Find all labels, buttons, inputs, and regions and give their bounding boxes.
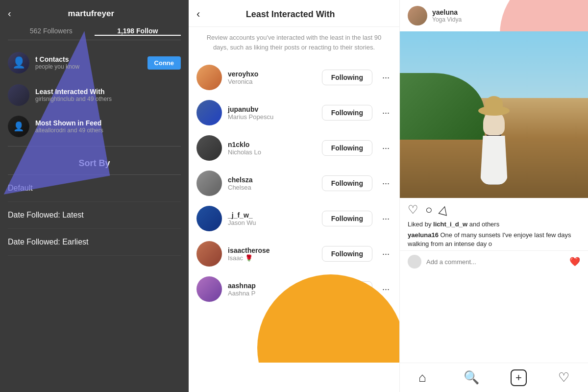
more-icon-aashnap[interactable]: ··· bbox=[380, 282, 392, 296]
following-button-n1cklo[interactable]: Following bbox=[322, 140, 372, 156]
most-shown-info: Most Shown in Feed alteallorodri and 49 … bbox=[35, 119, 181, 134]
contacts-info: t Contacts people you know bbox=[35, 55, 142, 70]
user-avatar-jfw bbox=[196, 206, 222, 231]
right-top-bar: yaeluna Yoga Vidya bbox=[400, 0, 588, 31]
caption-username[interactable]: yaeluna16 bbox=[408, 231, 439, 239]
user-name-n1cklo: Nicholas Lo bbox=[228, 148, 316, 156]
user-info-veroyhxo: veroyhxo Veronica bbox=[228, 70, 316, 85]
user-info-jupanubv: jupanubv Marius Popescu bbox=[228, 105, 316, 121]
more-icon-n1cklo[interactable]: ··· bbox=[380, 141, 392, 155]
user-name-jfw: Jason Wu bbox=[228, 219, 316, 226]
likes-suffix: and others bbox=[467, 220, 499, 228]
nav-search-icon[interactable]: 🔍 bbox=[458, 368, 485, 387]
comment-input[interactable] bbox=[426, 258, 564, 266]
user-name-aashnap: Aashna P bbox=[228, 290, 316, 297]
user-item: n1cklo Nicholas Lo Following ··· bbox=[189, 130, 399, 166]
nav-add-icon[interactable]: + bbox=[511, 369, 527, 386]
right-username: yaeluna bbox=[432, 8, 580, 16]
post-caption: yaeluna16 One of many sunsets I've enjoy… bbox=[400, 229, 588, 250]
liker-name[interactable]: licht_i_d_w bbox=[433, 220, 467, 228]
user-item: _j_f_w_ Jason Wu Following ··· bbox=[189, 201, 399, 236]
sort-title: Sort By bbox=[8, 158, 181, 175]
mid-back-icon[interactable]: ‹ bbox=[196, 8, 200, 21]
following-button-veroyhxo[interactable]: Following bbox=[322, 70, 372, 85]
right-panel: yaeluna Yoga Vidya ♡ ○ △ Liked by licht_… bbox=[399, 0, 588, 392]
user-avatar-veroyhxo bbox=[196, 65, 222, 90]
user-item: aashnap Aashna P Following ··· bbox=[189, 271, 399, 307]
sort-date-latest[interactable]: Date Followed: Latest bbox=[8, 202, 181, 229]
mid-title: Least Interacted With bbox=[208, 9, 392, 20]
user-avatar-jupanubv bbox=[196, 100, 222, 125]
least-interacted-avatar bbox=[8, 84, 29, 106]
user-list: veroyhxo Veronica Following ··· jupanubv… bbox=[189, 60, 399, 392]
user-info-chelsza: chelsza Chelsea bbox=[228, 176, 316, 191]
most-shown-avatar: 👤 bbox=[8, 116, 29, 137]
like-icon[interactable]: ♡ bbox=[408, 203, 418, 217]
contacts-subtitle: people you know bbox=[35, 63, 142, 70]
more-icon-veroyhxo[interactable]: ··· bbox=[380, 71, 392, 85]
middle-panel: ‹ Least Interacted With Review accounts … bbox=[189, 0, 399, 392]
following-button-aashnap[interactable]: Following bbox=[322, 281, 372, 297]
user-info-aashnap: aashnap Aashna P bbox=[228, 282, 316, 297]
more-icon-jupanubv[interactable]: ··· bbox=[380, 106, 392, 120]
left-back-icon[interactable]: ‹ bbox=[8, 8, 11, 19]
left-panel: ‹ martufreyer 562 Followers 1,198 Follow… bbox=[0, 0, 189, 392]
post-image bbox=[400, 31, 588, 198]
more-icon-jfw[interactable]: ··· bbox=[380, 212, 392, 226]
post-likes: Liked by licht_i_d_w and others bbox=[400, 220, 588, 229]
most-shown-title: Most Shown in Feed bbox=[35, 119, 181, 127]
contacts-section: 👤 t Contacts people you know Conne bbox=[0, 46, 189, 79]
user-avatar-n1cklo bbox=[196, 135, 222, 161]
user-info-isaactherose: isaactherose Isaac 🌹 bbox=[228, 246, 316, 262]
mid-description: Review accounts you've interacted with t… bbox=[189, 27, 399, 60]
likes-prefix: Liked by bbox=[408, 220, 433, 228]
comment-avatar bbox=[408, 255, 421, 269]
sort-date-earliest[interactable]: Date Followed: Earliest bbox=[8, 229, 181, 256]
nav-heart-icon[interactable]: ♡ bbox=[552, 368, 575, 387]
user-info-n1cklo: n1cklo Nicholas Lo bbox=[228, 141, 316, 156]
following-button-isaactherose[interactable]: Following bbox=[322, 246, 372, 262]
least-interacted-section: Least Interacted With girlsnightinclub a… bbox=[0, 79, 189, 111]
most-shown-subtitle: alteallorodri and 49 others bbox=[35, 127, 181, 134]
left-header: ‹ martufreyer bbox=[0, 0, 189, 23]
user-info-jfw: _j_f_w_ Jason Wu bbox=[228, 211, 316, 226]
following-count[interactable]: 1,198 Follow bbox=[95, 27, 181, 36]
user-avatar-aashnap bbox=[196, 276, 222, 302]
right-nav-bar: ⌂ 🔍 + ♡ bbox=[400, 363, 588, 392]
comment-heart-icon[interactable]: ❤️ bbox=[569, 256, 580, 267]
share-icon[interactable]: △ bbox=[438, 202, 450, 218]
mid-header: ‹ Least Interacted With bbox=[189, 0, 399, 27]
user-handle-veroyhxo: veroyhxo bbox=[228, 70, 316, 78]
contacts-title: t Contacts bbox=[35, 55, 142, 63]
post-actions: ♡ ○ △ bbox=[400, 198, 588, 220]
user-handle-isaactherose: isaactherose bbox=[228, 246, 316, 254]
user-item: jupanubv Marius Popescu Following ··· bbox=[189, 95, 399, 130]
most-shown-section: 👤 Most Shown in Feed alteallorodri and 4… bbox=[0, 111, 189, 142]
sort-default[interactable]: Default bbox=[8, 175, 181, 202]
following-button-jfw[interactable]: Following bbox=[322, 211, 372, 226]
user-handle-jfw: _j_f_w_ bbox=[228, 211, 316, 219]
least-interacted-title: Least Interacted With bbox=[35, 88, 181, 96]
right-user-avatar bbox=[408, 6, 427, 25]
more-icon-isaactherose[interactable]: ··· bbox=[380, 247, 392, 261]
contacts-avatar: 👤 bbox=[8, 52, 29, 74]
user-avatar-chelsza bbox=[196, 171, 222, 196]
right-user-subtitle: Yoga Vidya bbox=[432, 16, 580, 23]
more-icon-chelsza[interactable]: ··· bbox=[380, 176, 392, 191]
following-button-chelsza[interactable]: Following bbox=[322, 175, 372, 191]
user-name-chelsza: Chelsea bbox=[228, 184, 316, 191]
connect-button[interactable]: Conne bbox=[147, 56, 181, 70]
followers-count[interactable]: 562 Followers bbox=[8, 27, 95, 36]
followers-row: 562 Followers 1,198 Follow bbox=[8, 23, 181, 40]
user-handle-jupanubv: jupanubv bbox=[228, 105, 316, 113]
user-name-veroyhxo: Veronica bbox=[228, 78, 316, 85]
right-user-info: yaeluna Yoga Vidya bbox=[432, 8, 580, 23]
following-button-jupanubv[interactable]: Following bbox=[322, 105, 372, 121]
user-item: veroyhxo Veronica Following ··· bbox=[189, 60, 399, 95]
user-handle-chelsza: chelsza bbox=[228, 176, 316, 184]
user-item: isaactherose Isaac 🌹 Following ··· bbox=[189, 236, 399, 271]
user-handle-n1cklo: n1cklo bbox=[228, 141, 316, 148]
nav-home-icon[interactable]: ⌂ bbox=[413, 368, 432, 387]
left-divider bbox=[8, 146, 181, 147]
comment-icon[interactable]: ○ bbox=[425, 203, 433, 217]
